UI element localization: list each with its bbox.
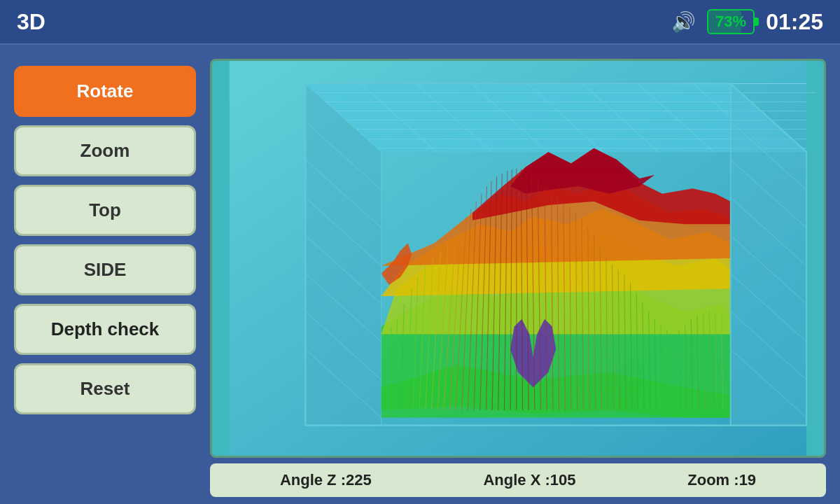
sidebar: Rotate Zoom Top SIDE Depth check Reset xyxy=(14,59,196,497)
zoom-label: Zoom : xyxy=(687,471,738,489)
angle-z-value: 225 xyxy=(346,471,372,489)
visualization-area: Angle Z :225 Angle X :105 Zoom :19 xyxy=(210,59,826,497)
reset-button[interactable]: Reset xyxy=(14,363,196,414)
depth-check-button[interactable]: Depth check xyxy=(14,304,196,355)
angle-x-value: 105 xyxy=(550,471,576,489)
header: 3D 🔊 73% 01:25 xyxy=(0,0,840,45)
time-display: 01:25 xyxy=(766,9,823,35)
zoom-button[interactable]: Zoom xyxy=(14,125,196,176)
angle-x-status: Angle X :105 xyxy=(483,471,575,489)
angle-x-label: Angle X : xyxy=(483,471,550,489)
zoom-status: Zoom :19 xyxy=(687,471,756,489)
page-title: 3D xyxy=(17,9,46,35)
rotate-button[interactable]: Rotate xyxy=(14,66,196,117)
3d-view[interactable] xyxy=(210,59,826,458)
angle-z-label: Angle Z : xyxy=(280,471,346,489)
speaker-icon[interactable]: 🔊 xyxy=(671,10,696,34)
header-right: 🔊 73% 01:25 xyxy=(671,9,823,35)
side-button[interactable]: SIDE xyxy=(14,244,196,295)
status-bar: Angle Z :225 Angle X :105 Zoom :19 xyxy=(210,463,826,497)
battery-indicator: 73% xyxy=(707,9,755,34)
angle-z-status: Angle Z :225 xyxy=(280,471,372,489)
main-content: Rotate Zoom Top SIDE Depth check Reset xyxy=(0,45,840,504)
top-button[interactable]: Top xyxy=(14,185,196,236)
battery-fill xyxy=(708,10,741,33)
zoom-value: 19 xyxy=(739,471,756,489)
3d-surface-svg xyxy=(212,61,824,456)
